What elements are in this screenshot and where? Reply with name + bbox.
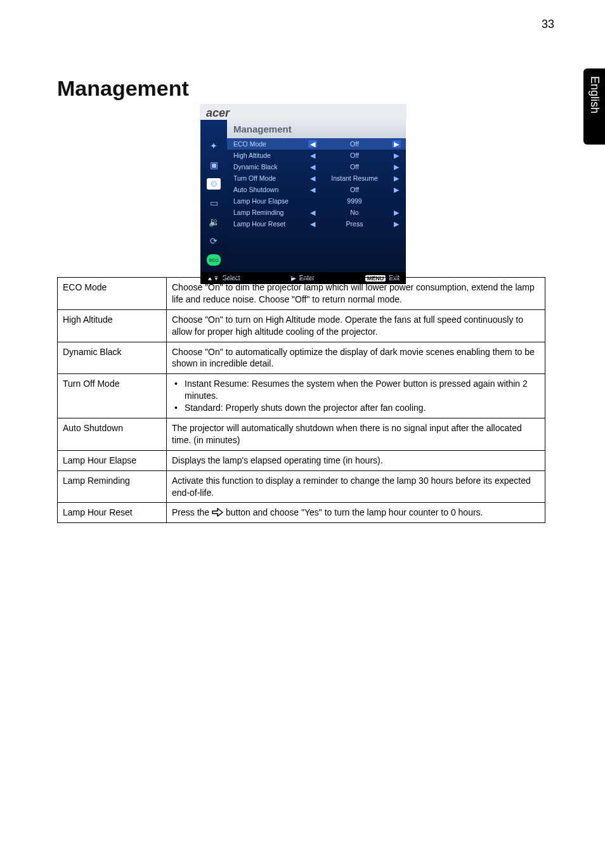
osd-row-label: Dynamic Black [233,163,308,171]
settings-table: ECO ModeChoose "On" to dim the projector… [57,277,545,523]
setting-name: Lamp Hour Elapse [58,450,167,470]
threed-icon: ⟳ [207,235,221,247]
chevron-left-icon: ◀ [308,209,317,216]
chevron-left-icon: ◀ [308,152,317,159]
table-row: Lamp Hour ElapseDisplays the lamp's elap… [58,450,545,470]
table-row: Turn Off ModeInstant Resume: Resumes the… [58,374,545,418]
osd-row-label: Turn Off Mode [233,174,308,182]
chevron-left-icon: ◀ [308,140,317,148]
table-row: High AltitudeChoose "On" to turn on High… [58,309,545,342]
setting-name: Lamp Reminding [58,470,167,503]
table-row: ECO ModeChoose "On" to dim the projector… [58,278,545,310]
language-side-tab: English [583,68,605,145]
osd-row-label: ECO Mode [233,140,308,148]
list-item: Standard: Properly shuts down the projec… [172,402,540,414]
management-icon: ▭ [207,197,221,209]
osd-row-value: Press [317,220,392,228]
setting-description: Choose "On" to turn on High Altitude mod… [167,309,545,342]
setting-name: Turn Off Mode [58,374,167,418]
chevron-right-icon: ▶ [392,174,401,182]
osd-row-value: Off [317,163,392,171]
setting-description: Displays the lamp's elapsed operating ti… [167,450,545,470]
osd-row-label: High Altitude [233,152,308,159]
osd-sidebar-icons: ✦ ▣ ⚙ ▭ 🔉 ⟳ eco [200,120,227,272]
osd-row-value: Off [317,140,392,148]
osd-row: Turn Off Mode◀Instant Resume▶ [227,172,406,184]
chevron-left-icon: ◀ [308,163,317,171]
right-arrow-icon [212,508,223,517]
setting-name: Lamp Hour Reset [58,503,167,523]
chevron-right-icon: ▶ [392,209,401,216]
setting-description: Activate this function to display a remi… [167,470,545,503]
setting-description: The projector will automatically shutdow… [167,418,545,451]
setting-description: Press the button and choose "Yes" to tur… [167,503,545,523]
page-number: 33 [542,18,554,31]
color-icon: ✦ [207,140,221,152]
chevron-right-icon: ▶ [392,186,401,193]
osd-row: ECO Mode◀Off▶ [227,138,406,150]
text-prefix: Press the [172,507,212,517]
page-title: Management [57,76,189,101]
osd-row-value: 9999 [317,197,392,205]
setting-description: Choose "On" to dim the projector lamp wh… [167,278,545,310]
chevron-left-icon: ◀ [308,186,317,193]
list-item: Instant Resume: Resumes the system when … [172,378,540,402]
osd-row: High Altitude◀Off▶ [227,150,406,161]
setting-name: Auto Shutdown [58,418,167,451]
osd-logo: acer [200,104,407,120]
osd-row: Auto Shutdown◀Off▶ [227,184,406,195]
text-suffix: button and choose "Yes" to turn the lamp… [223,507,483,517]
table-row: Lamp Hour ResetPress the button and choo… [58,503,545,523]
osd-row-value: No [317,209,392,216]
osd-row-label: Lamp Hour Elapse [233,197,308,205]
setting-icon: ⚙ [207,178,221,190]
osd-row: Lamp Hour Elapse9999 [227,195,406,207]
osd-row-label: Lamp Reminding [233,209,308,216]
chevron-right-icon: ▶ [392,152,401,159]
osd-title: Management [227,120,406,138]
setting-description: Choose "On" to automatically optimize th… [167,342,545,374]
osd-row: Dynamic Black◀Off▶ [227,161,406,172]
chevron-right-icon: ▶ [392,163,401,171]
setting-description: Instant Resume: Resumes the system when … [167,374,545,418]
chevron-right-icon: ▶ [392,220,401,228]
setting-name: High Altitude [58,309,167,342]
osd-row: Lamp Hour Reset◀Press▶ [227,218,406,230]
table-row: Auto ShutdownThe projector will automati… [58,418,545,451]
osd-row-value: Off [317,186,392,193]
chevron-left-icon: ◀ [308,174,317,182]
chevron-left-icon: ◀ [308,220,317,228]
osd-row-value: Off [317,152,392,159]
audio-icon: 🔉 [207,216,221,228]
setting-name: Dynamic Black [58,342,167,374]
osd-row: Lamp Reminding◀No▶ [227,207,406,218]
osd-row-label: Auto Shutdown [233,186,308,193]
osd-screenshot: acer ✦ ▣ ⚙ ▭ 🔉 ⟳ eco Management ECO Mode… [200,105,406,284]
table-row: Lamp RemindingActivate this function to … [58,470,545,503]
osd-row-label: Lamp Hour Reset [233,220,308,228]
osd-row-value: Instant Resume [317,174,392,182]
table-row: Dynamic BlackChoose "On" to automaticall… [58,342,545,374]
setting-name: ECO Mode [58,278,167,310]
eco-icon: eco [207,254,221,266]
image-icon: ▣ [207,159,221,171]
chevron-right-icon: ▶ [392,140,401,148]
